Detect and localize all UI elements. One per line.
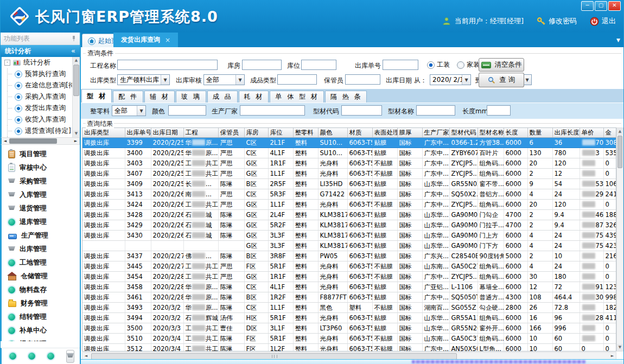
pin-icon[interactable]: [71, 35, 77, 42]
column-header[interactable]: 单价: [580, 128, 603, 138]
scroll-down-icon[interactable]: ▼: [617, 344, 623, 351]
column-header[interactable]: 材质: [347, 128, 372, 138]
teal-circle-icon[interactable]: [47, 353, 54, 360]
material-tab-1[interactable]: 配 件: [113, 91, 143, 103]
table-row[interactable]: 调拨出库34292020/2/26石城陈琳G区5R2F整料KLM38176063…: [82, 220, 616, 231]
tree-vertical-scrollbar[interactable]: ▲ ▼: [72, 57, 80, 137]
column-header[interactable]: 整零料: [293, 128, 318, 138]
table-row[interactable]: 调拨出库34942020/3/2石辉城汤伟H区5R1F整料光身料6063-T5贴…: [82, 313, 616, 323]
tree-item-3[interactable]: 发货出库查询: [2, 103, 80, 114]
material-tab-7[interactable]: 隔 热 条: [325, 91, 367, 103]
scroll-left-icon[interactable]: ◄: [82, 353, 90, 359]
table-row[interactable]: 调拨出库35122020/3/4工共工程陈琳F区1L2F整料光身料6063-T5…: [82, 344, 616, 352]
sidebar-item-0[interactable]: 项目管理: [2, 148, 80, 161]
tree-item-1[interactable]: 在途信息查询[待: [2, 80, 80, 91]
sidebar-item-3[interactable]: 入库管理: [2, 188, 80, 202]
scroll-up-icon[interactable]: ▲: [73, 57, 80, 64]
logout-button[interactable]: 退出: [590, 16, 616, 26]
scroll-right-icon[interactable]: ►: [72, 138, 79, 144]
column-header[interactable]: 出库日期: [151, 128, 183, 138]
tab-list-dropdown-icon[interactable]: ▼: [616, 37, 620, 43]
close-button[interactable]: ✕: [608, 1, 621, 11]
scroll-down-icon[interactable]: ▼: [73, 130, 80, 137]
table-row[interactable]: 调拨出库34542020/2/28工共工程严思G区1R1F整料光身料6063-T…: [82, 272, 616, 282]
material-tab-6[interactable]: 单 体 型 材: [270, 91, 323, 103]
column-header[interactable]: 金: [603, 128, 616, 138]
table-row[interactable]: 调拨出库34032020/2/25工共工程严思G区1R1F整料光身料6063-T…: [82, 158, 616, 169]
profile-code-input[interactable]: [341, 105, 382, 116]
tab-shipping-outbound-query[interactable]: 发货出库查询 ×: [113, 33, 178, 47]
segment-select[interactable]: 全部 ▼: [112, 105, 146, 116]
profile-name-input[interactable]: [416, 105, 455, 116]
column-header[interactable]: 生产厂家: [422, 128, 449, 138]
minimize-button[interactable]: ─: [581, 1, 594, 11]
sidebar-item-2[interactable]: 采购管理: [2, 175, 80, 188]
grid-vertical-scrollbar[interactable]: ▲ ▼: [616, 127, 623, 352]
column-header[interactable]: 出库类型: [82, 128, 125, 138]
column-header[interactable]: 颜色: [318, 128, 347, 138]
radio-work-install[interactable]: 工装: [427, 60, 450, 69]
sidebar-item-9[interactable]: 仓储管理: [2, 270, 80, 283]
table-row[interactable]: 调拨出库34242020/2/26工共工程严思G区1L1F整料光身料6063-T…: [82, 200, 616, 210]
table-row[interactable]: 调拨出库35102020/3/4工共工程陈琳F区5R1F整料光身料6063-T5…: [82, 334, 616, 344]
sidebar-item-6[interactable]: 生产管理: [2, 229, 80, 242]
tree-item-5[interactable]: 退货查询[待定]: [2, 125, 80, 137]
table-row[interactable]: G区3L3F整料KLM38176063-T5贴膜国标山东华...GA90M09.…: [82, 241, 616, 251]
column-header[interactable]: 出库长度: [552, 128, 580, 138]
sidebar-item-8[interactable]: 工地管理: [2, 256, 80, 270]
location-input[interactable]: [301, 60, 336, 70]
statistics-section-header[interactable]: 统计分析 «: [1, 45, 80, 57]
outbound-type-select[interactable]: 生产领料出库 ▼: [117, 74, 170, 85]
column-header[interactable]: 型材代码: [449, 128, 477, 138]
grid-horizontal-scrollbar[interactable]: ◄ ►: [82, 352, 616, 360]
manufacturer-input[interactable]: [240, 105, 305, 116]
sidebar-item-11[interactable]: 财务管理: [2, 297, 80, 310]
sidebar-item-10[interactable]: 物料盘存: [2, 283, 80, 297]
color-input[interactable]: [168, 105, 206, 116]
warehouse-input[interactable]: [242, 60, 282, 70]
table-row[interactable]: 调拨出库34612020/2/28华原...陈琳B区1R2F整料F8877FT6…: [82, 292, 616, 303]
column-header[interactable]: 表面处理: [372, 128, 397, 138]
maximize-button[interactable]: ▢: [595, 1, 607, 11]
project-name-input[interactable]: [117, 60, 218, 70]
table-row[interactable]: 调拨出库34282020/2/26石城陈琳G区2L4F整料KLM38176063…: [82, 210, 616, 220]
search-button[interactable]: 查 询: [479, 73, 524, 87]
scroll-left-icon[interactable]: ◄: [2, 138, 9, 144]
date-from-picker[interactable]: 2020/ 2/16 ▼: [430, 74, 471, 85]
sidebar-item-5[interactable]: 退库管理: [2, 215, 80, 229]
material-tab-2[interactable]: 辅 材: [144, 91, 175, 103]
scroll-right-icon[interactable]: ►: [609, 353, 616, 359]
tree-horizontal-scrollbar[interactable]: ◄ ►: [1, 137, 80, 145]
more-panels-button[interactable]: [66, 350, 74, 363]
table-row[interactable]: 调拨出库34302020/2/26石城陈琳G区3L3F整料KLM38176063…: [82, 231, 616, 241]
column-header[interactable]: 膜厚: [397, 128, 422, 138]
table-row[interactable]: 调拨出库34002020/2/25华原...严思C区4L1F整料SU10...6…: [82, 148, 616, 158]
sidebar-item-13[interactable]: 补单中心: [2, 324, 80, 337]
column-header[interactable]: 保管员: [218, 128, 244, 138]
scrollbar-thumb[interactable]: [617, 136, 622, 168]
collapse-icon[interactable]: «: [71, 45, 75, 57]
tree-item-0[interactable]: 预算执行查询: [2, 68, 80, 80]
column-header[interactable]: 工程: [183, 128, 218, 138]
teal-circle-icon[interactable]: [9, 353, 16, 360]
clear-conditions-button[interactable]: 清空条件: [479, 58, 524, 72]
sidebar-item-1[interactable]: 审核中心: [2, 161, 80, 175]
column-header[interactable]: 库房: [244, 128, 268, 138]
table-row[interactable]: 调拨出库34372020/2/27佛...陈琳B区3R8F整料PW056063-…: [82, 251, 616, 261]
scroll-up-icon[interactable]: ▲: [617, 128, 623, 135]
material-tab-5[interactable]: 耗 材: [239, 91, 269, 103]
radio-home-install[interactable]: 家装: [457, 60, 480, 69]
material-tab-3[interactable]: 玻 璃: [176, 91, 206, 103]
column-header[interactable]: 数量: [527, 128, 552, 138]
column-header[interactable]: 长度: [504, 128, 527, 138]
change-password-button[interactable]: 修改密码: [537, 16, 577, 26]
material-tab-0[interactable]: 型 材: [81, 89, 112, 103]
tree-item-4[interactable]: 收货入库查询: [2, 114, 80, 125]
length-input[interactable]: [487, 105, 511, 116]
sidebar-item-7[interactable]: 出库管理: [2, 242, 80, 256]
audit-select[interactable]: 全部 ▼: [203, 74, 245, 85]
product-type-input[interactable]: [277, 74, 317, 85]
column-header[interactable]: 出库单号: [125, 128, 151, 138]
sidebar-item-14[interactable]: 报废管理: [2, 337, 80, 341]
keeper-input[interactable]: [345, 74, 380, 85]
